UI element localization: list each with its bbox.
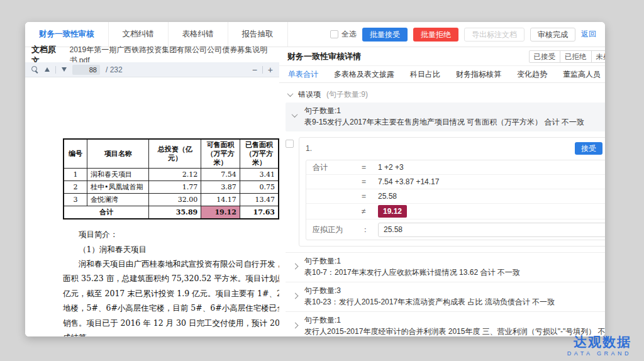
logo-chinese: 达观数据 bbox=[567, 335, 631, 349]
card-header: 1. 接受 拒绝 bbox=[306, 142, 605, 155]
cell: 3.87 bbox=[201, 181, 240, 194]
tab-financial-consistency-audit[interactable]: 财务一致性审核 bbox=[25, 22, 109, 47]
tab-table-correction[interactable]: 表格纠错 bbox=[169, 22, 228, 47]
tab-change-trend[interactable]: 变化趋势 bbox=[517, 69, 547, 80]
correction-input[interactable]: 25.58 bbox=[378, 223, 605, 237]
cell: 2 bbox=[64, 181, 87, 194]
cell: 2.12 bbox=[149, 169, 201, 181]
col-header-name: 项目名称 bbox=[87, 139, 149, 169]
app-window: 财务一致性审核 文档纠错 表格纠错 报告抽取 全选 批量接受 批量拒绝 导出标注… bbox=[25, 22, 605, 336]
error-list: 错误项 (句子数量:9) 句子数量:1 表9-15发行人2017年末主要在售房地… bbox=[279, 83, 605, 336]
batch-reject-button[interactable]: 批量拒绝 bbox=[413, 28, 458, 42]
main-tab-bar: 财务一致性审核 文档纠错 表格纠错 报告抽取 bbox=[25, 22, 288, 47]
error-section-header[interactable]: 错误项 (句子数量:9) bbox=[286, 86, 605, 103]
correction-row: 应拟正为 ： 25.58 bbox=[306, 219, 605, 240]
tab-multi-table-disclosure[interactable]: 多表格及表文披露 bbox=[334, 69, 394, 80]
status-filter-group: 已接受 已拒绝 未处理 全部 bbox=[529, 50, 606, 64]
formula-value: 25.58 bbox=[378, 192, 397, 201]
group-sentence-count: 句子数量:1 bbox=[304, 316, 605, 325]
page-total: / 232 bbox=[106, 65, 123, 74]
col-header-sold-area: 已售面积 （万平方米） bbox=[240, 139, 279, 169]
select-all-control[interactable]: 全选 bbox=[330, 29, 357, 40]
group-description: 表10-23：发行人2015-2017年末流动资产构成表 占比 流动负债合计 不… bbox=[304, 297, 605, 307]
table-row: 2 桂中•凤凰城首期 1.77 3.87 0.75 bbox=[64, 181, 279, 194]
error-detail-row: 1. 接受 拒绝 合计 = 1 +2 +3 bbox=[286, 137, 605, 247]
back-link[interactable]: 返回 bbox=[581, 29, 596, 40]
equals-sign: = bbox=[362, 192, 378, 201]
table-header-row: 编号 项目名称 总投资（亿元） 可售面积 （万平方米） 已售面积 （万平方米） bbox=[64, 139, 279, 169]
col-header-investment: 总投资（亿元） bbox=[149, 139, 201, 169]
document-panel: 文档原文 2019年第一期广西铁路投资集团有限公司公司债券募集说明书.pdf 8… bbox=[25, 48, 279, 336]
correction-label: 应拟正为 bbox=[313, 225, 362, 235]
batch-accept-button[interactable]: 批量接受 bbox=[362, 28, 408, 42]
error-group-collapsed[interactable]: 句子数量:1 发行人2015-2017年度经审计的合并利润表 2015年度 三、… bbox=[286, 311, 605, 336]
filter-accepted[interactable]: 已接受 bbox=[529, 50, 561, 64]
page-up-icon[interactable] bbox=[45, 67, 50, 72]
chevron-right-icon bbox=[292, 264, 299, 270]
page-number-input[interactable]: 88 bbox=[72, 65, 100, 75]
total-sold-area-cell: 17.63 bbox=[240, 206, 279, 219]
formula-value: 1 +2 +3 bbox=[378, 163, 404, 172]
doc-line: 润和春天项目由广西桂泰地和武宣投资有限公司自行开发，占地 bbox=[63, 257, 279, 271]
formula-row: = 7.54 +3.87 +14.17 bbox=[306, 175, 605, 189]
chevron-right-icon bbox=[292, 323, 299, 329]
doc-line: （1）润和春天项目 bbox=[63, 242, 279, 257]
zoom-out-button[interactable]: − bbox=[252, 65, 257, 75]
chevron-down-icon bbox=[292, 111, 298, 118]
doc-line: 销售。项目已于 2016 年 12 月 30 日完工交付使用，预计 2018 年… bbox=[63, 316, 279, 330]
page-down-icon[interactable] bbox=[62, 67, 67, 72]
error-group-collapsed[interactable]: 句子数量:1 表10-7：2017年末发行人应收款坏账计提情况 13.62 合计… bbox=[286, 253, 605, 282]
mismatch-value-badge: 19.12 bbox=[378, 205, 407, 218]
formula-row-mismatch: ≠ 19.12 bbox=[306, 204, 605, 219]
filter-unprocessed[interactable]: 未处理 bbox=[591, 50, 606, 64]
total-sellable-area-cell-highlighted: 19.12 bbox=[201, 206, 240, 219]
cell: 32.00 bbox=[149, 194, 201, 206]
zoom-in-button[interactable]: + bbox=[268, 65, 273, 75]
doc-line: 地楼，5#、6#小高层住宅楼，目前 5#、6#小高层住宅楼已全部完成 bbox=[63, 301, 279, 315]
col-header-sellable-area: 可售面积 （万平方米） bbox=[201, 139, 240, 169]
toolbar-separator bbox=[55, 66, 56, 74]
error-group-collapsed[interactable]: 句子数量:3 表10-23：发行人2015-2017年末流动资产构成表 占比 流… bbox=[286, 282, 605, 311]
detail-tab-bar: 单表合计 多表格及表文披露 科目占比 财务指标核算 变化趋势 董监高人员 变动披… bbox=[279, 66, 605, 83]
table-row: 3 金悦澜湾 32.00 14.17 13.47 bbox=[64, 194, 279, 206]
error-group-expanded[interactable]: 句子数量:1 表9-15发行人2017年末主要在售房地产项目情况 可售面积（万平… bbox=[286, 103, 605, 131]
audit-finish-button[interactable]: 审核完成 bbox=[530, 28, 575, 42]
pdf-page: 编号 项目名称 总投资（亿元） 可售面积 （万平方米） 已售面积 （万平方米） … bbox=[25, 77, 279, 336]
doc-line: 面积 35.23 亩，总建筑面积约 75,320.52 平方米。项目计划总投资 … bbox=[63, 271, 279, 286]
tab-executives[interactable]: 董监高人员 bbox=[563, 69, 601, 80]
main-area: 文档原文 2019年第一期广西铁路投资集团有限公司公司债券募集说明书.pdf 8… bbox=[25, 48, 605, 336]
pdf-toolbar: 88 / 232 − + bbox=[25, 62, 279, 77]
formula-row: 合计 = 1 +2 +3 bbox=[306, 160, 605, 175]
toolbar-actions: 全选 批量接受 批量拒绝 导出标注文档 审核完成 返回 bbox=[330, 22, 605, 47]
table-row: 1 润和春天项目 2.12 7.54 3.41 bbox=[64, 169, 279, 181]
doc-line: 项目简介： bbox=[63, 227, 279, 242]
select-all-checkbox[interactable] bbox=[330, 30, 338, 38]
search-icon[interactable] bbox=[31, 66, 39, 74]
group-description: 表9-15发行人2017年末主要在售房地产项目情况 可售面积（万平方米） 合计 … bbox=[304, 117, 605, 127]
tab-single-table-total[interactable]: 单表合计 bbox=[288, 69, 318, 80]
cell: 润和春天项目 bbox=[87, 169, 149, 181]
cell: 桂中•凤凰城首期 bbox=[87, 181, 149, 194]
error-section-count: (句子数量:9) bbox=[326, 89, 368, 100]
equals-sign: = bbox=[362, 177, 378, 186]
tab-subject-ratio[interactable]: 科目占比 bbox=[410, 69, 440, 80]
formula-box: 合计 = 1 +2 +3 = 7.54 +3.87 +14.17 bbox=[306, 160, 605, 240]
tab-document-correction[interactable]: 文档纠错 bbox=[109, 22, 169, 47]
doc-line: 成结算。 bbox=[63, 330, 279, 336]
error-item-checkbox[interactable] bbox=[286, 140, 294, 148]
accept-button[interactable]: 接受 bbox=[575, 142, 602, 155]
cell: 13.47 bbox=[240, 194, 279, 206]
group-description: 表10-7：2017年末发行人应收款坏账计提情况 13.62 合计 不一致 bbox=[304, 267, 605, 277]
export-annotated-doc-button[interactable]: 导出标注文档 bbox=[464, 28, 525, 42]
tab-financial-indicator-check[interactable]: 财务指标核算 bbox=[456, 69, 501, 80]
tab-report-extraction[interactable]: 报告抽取 bbox=[228, 22, 288, 47]
card-actions: 接受 拒绝 bbox=[575, 142, 605, 155]
table-total-row: 合计 35.89 19.12 17.63 bbox=[64, 206, 279, 219]
not-equal-sign: ≠ bbox=[362, 207, 378, 216]
real-estate-projects-table: 编号 项目名称 总投资（亿元） 可售面积 （万平方米） 已售面积 （万平方米） … bbox=[63, 138, 279, 219]
cell: 1 bbox=[64, 169, 87, 181]
group-sentence-count: 句子数量:1 bbox=[304, 106, 605, 116]
chevron-down-icon bbox=[287, 91, 294, 97]
filter-rejected[interactable]: 已拒绝 bbox=[560, 50, 592, 64]
top-toolbar: 财务一致性审核 文档纠错 表格纠错 报告抽取 全选 批量接受 批量拒绝 导出标注… bbox=[25, 22, 605, 47]
